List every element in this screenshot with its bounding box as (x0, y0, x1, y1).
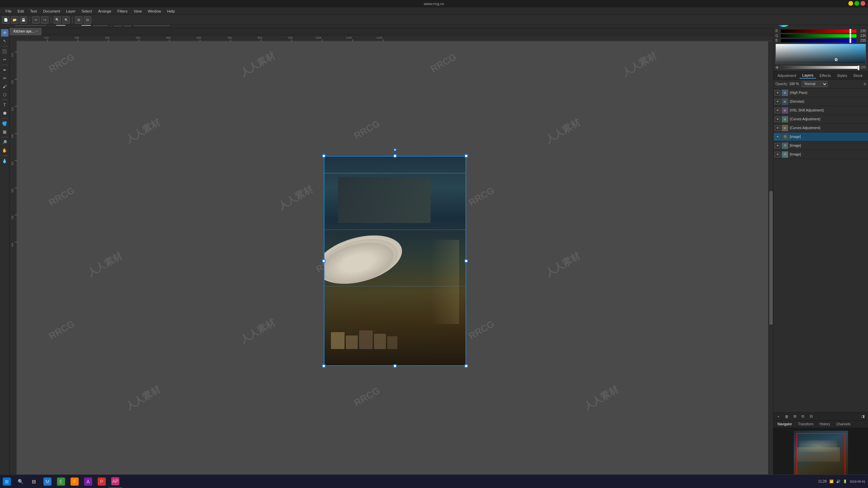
group-layer-btn[interactable]: ⊞ (792, 413, 798, 420)
nav-tab-channels[interactable]: Channels (833, 422, 853, 427)
color-gradient-box[interactable] (775, 44, 866, 64)
task-view-btn[interactable]: ⊟ (27, 475, 41, 488)
layer-vis-7[interactable]: 👁 (775, 152, 780, 157)
opacity-thumb[interactable] (857, 65, 860, 70)
move-tool[interactable]: ✥ (1, 29, 8, 37)
taskbar-app-1[interactable]: M (41, 475, 54, 488)
mid-right-handle[interactable] (465, 259, 468, 263)
shape-tool[interactable]: ⬟ (1, 109, 8, 117)
red-slider-thumb[interactable] (849, 29, 851, 34)
layer-item-1[interactable]: 👁 ▦ (Denoise) (773, 97, 868, 106)
opacity-slider[interactable] (780, 66, 859, 69)
nav-tab-transform[interactable]: Transform (795, 422, 816, 427)
gradient-tool[interactable]: ▦ (1, 128, 8, 136)
tray-network[interactable]: 📶 (829, 480, 833, 483)
blend-mode-select[interactable]: NormalMultiplyScreenOverlayDarkenLighten… (802, 81, 828, 87)
split-view-btn[interactable]: ⊟ (84, 16, 91, 24)
taskbar-app-4[interactable]: A (81, 475, 95, 488)
taskbar-app-3[interactable]: F (68, 475, 81, 488)
maximize-btn[interactable] (854, 1, 859, 6)
color-picker-tool[interactable]: 💧 (1, 157, 8, 165)
menu-file[interactable]: File (3, 8, 14, 14)
layer-item-7[interactable]: 👁 🖼 [Image] (773, 150, 868, 159)
doc-tab-kitchen[interactable]: Kitchen ope... × (9, 28, 42, 35)
zoom-in-btn[interactable]: 🔍 (54, 16, 61, 24)
layer-vis-5[interactable]: 👁 (775, 134, 780, 140)
tab-layers[interactable]: Layers (800, 73, 816, 79)
v-scrollbar[interactable] (768, 35, 773, 481)
menu-edit[interactable]: Edit (15, 8, 27, 14)
menu-layer[interactable]: Layer (63, 8, 78, 14)
blue-slider-thumb[interactable] (849, 38, 851, 43)
menu-text[interactable]: Text (27, 8, 40, 14)
brush-tool[interactable]: 🖌 (1, 83, 8, 90)
duplicate-layer-btn[interactable]: ⧉ (800, 413, 806, 420)
menu-window[interactable]: Window (145, 8, 164, 14)
menu-document[interactable]: Document (40, 8, 63, 14)
tab-styles[interactable]: Styles (834, 73, 850, 78)
layer-item-4[interactable]: 👁 ▦ (Curves Adjustment) (773, 124, 868, 133)
layer-vis-2[interactable]: 👁 (775, 108, 780, 113)
redo-btn[interactable]: ↪ (41, 16, 48, 24)
layer-item-3[interactable]: 👁 ▦ (Curves Adjustment) (773, 115, 868, 124)
taskbar-app-5[interactable]: P (95, 475, 108, 488)
layer-item-5[interactable]: 👁 🖼 [image] (773, 133, 868, 141)
tab-stock[interactable]: Stock (850, 73, 865, 78)
mid-top-handle[interactable] (393, 154, 397, 158)
add-layer-btn[interactable]: + (775, 413, 782, 420)
mid-left-handle[interactable] (322, 259, 326, 263)
nav-tab-history[interactable]: History (817, 422, 833, 427)
blue-slider-track[interactable] (781, 39, 856, 42)
green-slider-track[interactable] (781, 34, 856, 38)
merge-layer-btn[interactable]: ⊟ (808, 413, 814, 420)
zoom-tool[interactable]: 🔎 (1, 139, 8, 146)
slice-tool[interactable]: ✂ (1, 56, 8, 63)
menu-select[interactable]: Select (79, 8, 95, 14)
nav-tab-navigator[interactable]: Navigator (775, 422, 795, 427)
tray-battery[interactable]: 🔋 (843, 480, 847, 483)
select-tool[interactable]: ↖ (1, 37, 8, 45)
tab-adjustment[interactable]: Adjustment (775, 73, 799, 78)
start-btn[interactable]: ⊞ (0, 475, 14, 488)
layer-vis-4[interactable]: 👁 (775, 125, 780, 131)
menu-arrange[interactable]: Arrange (95, 8, 114, 14)
red-slider-track[interactable] (781, 29, 856, 33)
layer-vis-6[interactable]: 👁 (775, 143, 780, 148)
menu-help[interactable]: Help (164, 8, 178, 14)
eraser-tool[interactable]: ◻ (1, 91, 8, 98)
layer-item-2[interactable]: 👁 ▦ (HSL Shift Adjustment) (773, 106, 868, 115)
layer-vis-0[interactable]: 👁 (775, 90, 780, 96)
menu-view[interactable]: View (131, 8, 144, 14)
corner-tl-handle[interactable] (322, 154, 326, 158)
tray-volume[interactable]: 🔊 (836, 480, 840, 483)
corner-bl-handle[interactable] (322, 364, 326, 368)
doc-tab-close[interactable]: × (36, 29, 38, 33)
layer-item-6[interactable]: 👁 🖼 [Image] (773, 141, 868, 150)
green-slider-thumb[interactable] (849, 34, 851, 38)
layer-item-0[interactable]: 👁 ▦ (High Pass) (773, 88, 868, 97)
save-btn[interactable]: 💾 (20, 16, 27, 24)
text-tool[interactable]: T (1, 101, 8, 109)
open-btn[interactable]: 📂 (11, 16, 18, 24)
layer-vis-3[interactable]: 👁 (775, 117, 780, 122)
crop-tool[interactable]: ⬛ (1, 48, 8, 55)
undo-btn[interactable]: ↩ (32, 16, 40, 24)
affinity-photo-taskbar[interactable]: AP (108, 475, 122, 488)
add-mask-btn[interactable]: ◨ (860, 413, 866, 420)
mid-bottom-handle[interactable] (393, 364, 397, 368)
pen-tool[interactable]: ✒ (1, 66, 8, 74)
delete-layer-btn[interactable]: 🗑 (784, 413, 790, 420)
new-btn[interactable]: 📄 (2, 16, 9, 24)
menu-filters[interactable]: Filters (115, 8, 130, 14)
pencil-tool[interactable]: ✏ (1, 75, 8, 82)
corner-br-handle[interactable] (465, 364, 468, 368)
tab-effects[interactable]: Effects (817, 73, 833, 78)
v-scroll-thumb[interactable] (769, 191, 773, 325)
search-btn[interactable]: 🔍 (14, 475, 27, 488)
layer-options-btn[interactable]: ≡ (864, 82, 866, 86)
rotate-handle[interactable] (394, 148, 396, 151)
minimize-btn[interactable] (848, 1, 853, 6)
zoom-out-btn[interactable]: 🔍 (62, 16, 70, 24)
view-mode-btn[interactable]: ⊞ (75, 16, 82, 24)
layer-vis-1[interactable]: 👁 (775, 99, 780, 104)
